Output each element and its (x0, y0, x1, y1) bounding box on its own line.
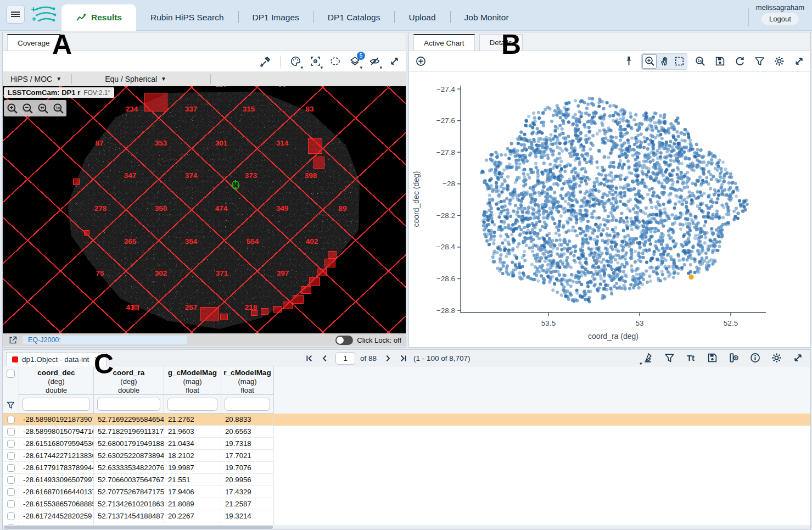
table-tab[interactable]: dp1.Object - data-int ✕ (6, 352, 107, 366)
zoom-fill-icon[interactable] (51, 101, 65, 115)
table-expand-icon[interactable] (791, 350, 805, 365)
table-row[interactable]: -28.58998015079471652.7182919691131721.9… (3, 426, 810, 438)
row-checkbox[interactable] (7, 428, 15, 436)
table-info-icon[interactable] (748, 350, 762, 365)
table-filter-icon[interactable] (662, 350, 676, 365)
table-row[interactable]: -28.61687016644013752.70775267847175617.… (3, 486, 810, 498)
highlighted-point[interactable] (688, 275, 693, 280)
chart-zoom-mode-icon[interactable] (642, 54, 657, 69)
click-lock-toggle[interactable] (335, 336, 353, 345)
table-cell: 20.2267 (164, 510, 221, 522)
sky-image-viewer[interactable]: 1105623433731583873533013143473743733982… (3, 86, 406, 333)
next-page-icon[interactable] (382, 353, 393, 364)
row-checkbox[interactable] (7, 416, 15, 423)
menu-button[interactable] (6, 5, 25, 24)
table-row[interactable]: -28.61493309650799752.7066003756476721.5… (3, 474, 810, 486)
nav-tab-dp1-images[interactable]: DP1 Images (238, 4, 313, 31)
nav-tab-results[interactable]: Results (61, 4, 136, 31)
nav-tab-dp1-catalogs[interactable]: DP1 Catalogs (313, 4, 395, 31)
chart-save-icon[interactable] (713, 54, 727, 69)
page-number-input[interactable] (335, 352, 355, 365)
table-horizontal-scrollbar[interactable] (3, 525, 810, 529)
add-chart-icon[interactable] (413, 54, 428, 69)
recenter-icon[interactable]: ▾ (308, 54, 322, 69)
nav-tab-rubin-hips-search[interactable]: Rubin HiPS Search (136, 4, 238, 31)
tab-coverage[interactable]: Coverage (7, 34, 60, 51)
filter-input-r_cModelMag[interactable] (225, 398, 270, 411)
table-cell: -28.589980150794716 (19, 426, 94, 438)
select-all-checkbox[interactable] (7, 370, 15, 378)
row-checkbox[interactable] (7, 500, 15, 508)
row-checkbox[interactable] (7, 440, 15, 448)
text-view-icon[interactable]: Tt (684, 350, 698, 365)
row-checkbox[interactable] (7, 452, 15, 460)
chart-zoom-reset-icon[interactable] (693, 54, 707, 69)
zoom-controls (4, 100, 66, 116)
tap-search-icon[interactable]: ▾ (641, 350, 655, 365)
table-cell: 19.9987 (164, 462, 221, 474)
color-palette-icon[interactable]: ▾ (288, 54, 303, 69)
table-row[interactable]: -28.61744227121383652.63025220873894518.… (3, 450, 810, 462)
column-header-g_cModelMag[interactable]: g_cModelMag(mag)float (164, 366, 221, 395)
first-page-icon[interactable] (304, 353, 315, 364)
table-row[interactable]: -28.61553865706888552.7134261020186321.8… (3, 498, 810, 510)
nav-tab-upload[interactable]: Upload (394, 4, 450, 31)
filter-input-coord_dec[interactable] (23, 398, 90, 411)
moc-region (283, 302, 293, 309)
ellipse-select-icon[interactable] (328, 54, 342, 69)
y-axis-label: coord_dec (deg) (412, 171, 421, 227)
table-cell: 52.707752678471756 (94, 486, 164, 498)
chart-expand-icon[interactable] (792, 54, 806, 69)
table-row[interactable]: -28.58980192187390752.7169229558465421.2… (3, 414, 810, 426)
projection-dropdown[interactable]: Equ / Spherical▼ (74, 75, 174, 83)
nav-tab-job-monitor[interactable]: Job Monitor (450, 4, 523, 31)
hide-overlay-icon[interactable]: ▾ (367, 54, 382, 69)
chart-restore-icon[interactable] (732, 54, 747, 69)
table-settings-icon[interactable] (769, 350, 783, 365)
expand-readout-icon[interactable] (7, 334, 18, 345)
column-header-coord_ra[interactable]: coord_ra(deg)double (94, 366, 164, 395)
hips-moc-dropdown[interactable]: HiPS / MOC▼ (3, 75, 69, 83)
scatter-chart[interactable]: −27.4−27.6−27.8−28−28.2−28.4−28.6−28.853… (409, 72, 810, 347)
main-nav-tabs: ResultsRubin HiPS SearchDP1 ImagesDP1 Ca… (61, 4, 523, 31)
chart-pan-mode-icon[interactable] (657, 54, 671, 69)
tab-active-chart[interactable]: Active Chart (413, 34, 475, 51)
chart-filter-icon[interactable] (752, 54, 766, 69)
expand-panel-icon[interactable] (387, 54, 401, 69)
table-cell: 21.2587 (221, 498, 274, 510)
row-checkbox[interactable] (7, 476, 15, 484)
table-cell: 21.551 (164, 474, 221, 486)
column-header-coord_dec[interactable]: coord_dec(deg)double (19, 366, 94, 395)
table-row[interactable]: -28.6172445282025952.7137145418848720.22… (3, 510, 810, 522)
target-crosshair-icon (231, 180, 240, 191)
fov-label: FOV:2.1° (83, 89, 110, 97)
layers-icon[interactable]: 5▾ (348, 54, 362, 69)
logout-button[interactable]: Logout (761, 13, 799, 25)
tab-details[interactable]: Details (479, 34, 523, 51)
close-table-icon[interactable]: ✕ (94, 355, 100, 364)
row-checkbox[interactable] (7, 512, 15, 520)
last-page-icon[interactable] (397, 353, 408, 364)
filter-input-coord_ra[interactable] (97, 398, 160, 411)
zoom-fit-icon[interactable] (36, 101, 50, 115)
previous-page-icon[interactable] (320, 353, 331, 364)
row-checkbox[interactable] (7, 464, 15, 472)
table-row[interactable]: -28.61516807959453652.6800179194918821.0… (3, 438, 810, 450)
table-save-icon[interactable] (705, 350, 719, 365)
table-row[interactable]: -28.61779178378994452.6333353482207619.9… (3, 462, 810, 474)
filter-input-g_cModelMag[interactable] (167, 398, 217, 411)
table-toolbar: ▾ Tt (641, 350, 805, 365)
column-header-r_cModelMag[interactable]: r_cModelMag(mag)float (221, 366, 274, 395)
add-column-icon[interactable] (726, 350, 741, 365)
chart-settings-icon[interactable] (772, 54, 786, 69)
row-checkbox[interactable] (7, 488, 15, 496)
moc-region (132, 305, 139, 310)
pin-chart-icon[interactable] (621, 54, 636, 69)
zoom-out-icon[interactable] (20, 101, 35, 115)
image-tools-icon[interactable] (258, 54, 272, 69)
table-cell: 20.6563 (221, 426, 274, 438)
zoom-in-icon[interactable] (5, 101, 19, 115)
tract-label: 315 (243, 105, 255, 113)
click-lock-label: Click Lock: off (357, 336, 401, 344)
chart-select-mode-icon[interactable] (672, 54, 686, 69)
